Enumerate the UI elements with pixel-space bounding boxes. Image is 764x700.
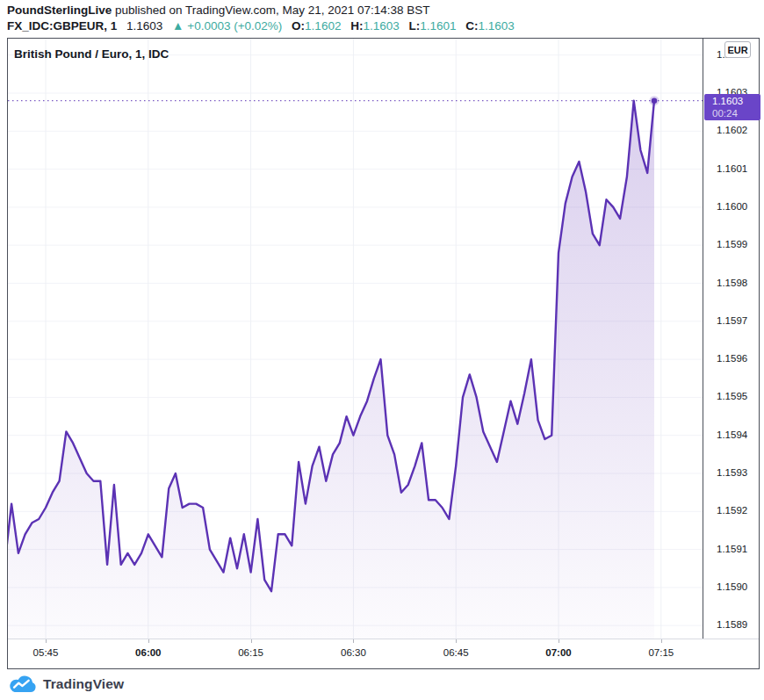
high-label: H: bbox=[350, 19, 363, 32]
time-axis-tick bbox=[353, 639, 354, 643]
time-axis-tick bbox=[456, 639, 457, 643]
open-value: 1.1602 bbox=[305, 19, 341, 32]
time-axis-label: 06:45 bbox=[443, 647, 469, 658]
price-axis-label: 1.1591 bbox=[717, 544, 747, 554]
symbol-name: FX_IDC:GBPEUR, 1 bbox=[7, 19, 117, 32]
price-change: +0.0003 (+0.02%) bbox=[187, 19, 282, 32]
price-axis-separator bbox=[703, 39, 703, 639]
time-axis-tick bbox=[46, 639, 47, 643]
published-text: published on TradingView.com, May 21, 20… bbox=[112, 4, 429, 17]
price-axis-label: 1.1589 bbox=[717, 619, 747, 630]
time-axis-label: 07:00 bbox=[545, 647, 571, 658]
price-axis-label: 1.1597 bbox=[717, 315, 747, 326]
time-axis-label: 06:15 bbox=[238, 647, 263, 658]
price-axis-label: 1.1598 bbox=[717, 278, 747, 288]
up-arrow-icon: ▲ bbox=[172, 19, 184, 32]
tradingview-logo-link[interactable]: TradingView bbox=[9, 675, 124, 694]
high-value: 1.1603 bbox=[363, 19, 399, 32]
plot-area[interactable] bbox=[8, 39, 703, 639]
time-axis-label: 06:00 bbox=[135, 647, 161, 658]
time-axis-tick bbox=[661, 639, 662, 643]
price-axis-label: 1.1601 bbox=[717, 163, 747, 174]
tradingview-logo-text: TradingView bbox=[43, 676, 124, 692]
tradingview-published-chart: { "header": { "brand": "PoundSterlingLiv… bbox=[0, 0, 764, 700]
close-label: C: bbox=[465, 19, 478, 32]
time-axis-label: 05:45 bbox=[33, 647, 59, 658]
price-axis-label: 1.1602 bbox=[717, 125, 747, 135]
time-axis-label: 07:15 bbox=[648, 647, 674, 658]
time-axis-tick bbox=[148, 639, 149, 643]
last-price-badge: 1.1603 00:24 bbox=[704, 94, 760, 120]
price-axis-label: 1.1592 bbox=[717, 505, 747, 516]
price-axis-label: 1.1590 bbox=[717, 581, 747, 592]
price-axis-label: 1.1595 bbox=[717, 391, 747, 401]
last-price-badge-value: 1.1603 bbox=[712, 95, 760, 107]
price-axis-label: 1.1593 bbox=[717, 467, 747, 478]
attribution-line: PoundSterlingLive published on TradingVi… bbox=[7, 3, 515, 18]
open-label: O: bbox=[292, 19, 305, 32]
low-value: 1.1601 bbox=[420, 19, 456, 32]
brand-name: PoundSterlingLive bbox=[7, 4, 112, 17]
price-axis-label: 1.1600 bbox=[717, 201, 747, 212]
low-label: L: bbox=[408, 19, 420, 32]
price-area-fill bbox=[8, 101, 654, 639]
price-axis-label: 1.1594 bbox=[717, 429, 747, 440]
tradingview-cloud-icon bbox=[9, 675, 37, 694]
header: PoundSterlingLive published on TradingVi… bbox=[7, 3, 515, 34]
chart-pane-title: British Pound / Euro, 1, IDC bbox=[14, 47, 169, 61]
symbol-line: FX_IDC:GBPEUR, 1 1.1603 ▲ +0.0003 (+0.02… bbox=[7, 18, 515, 34]
currency-toggle-button[interactable]: EUR bbox=[724, 41, 751, 58]
last-point-dot bbox=[652, 97, 657, 103]
time-axis-label: 06:30 bbox=[341, 647, 366, 658]
close-value: 1.1603 bbox=[479, 19, 515, 32]
time-axis-tick bbox=[559, 639, 559, 643]
last-price: 1.1603 bbox=[126, 19, 162, 32]
time-axis-tick bbox=[251, 639, 252, 643]
time-axis-separator bbox=[8, 639, 759, 639]
bar-countdown: 00:24 bbox=[712, 107, 760, 119]
price-axis-label: 1.1599 bbox=[717, 239, 747, 249]
price-axis-label: 1.1596 bbox=[717, 353, 747, 364]
